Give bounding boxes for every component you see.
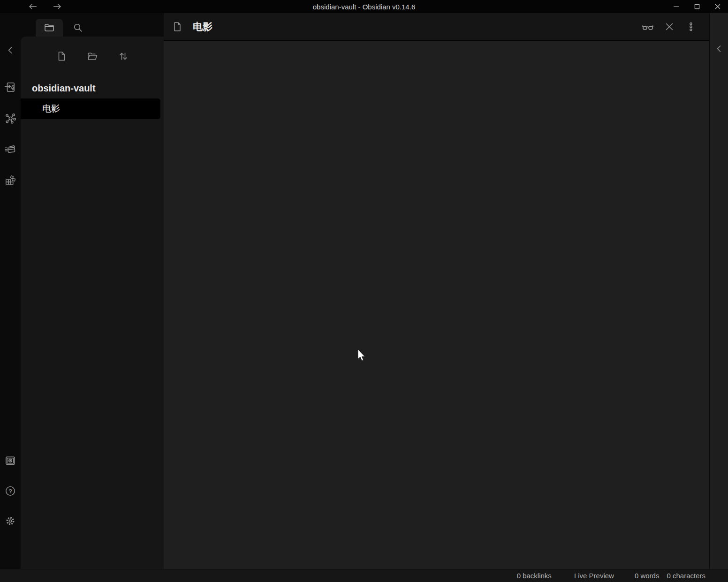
new-folder-button[interactable]	[86, 50, 99, 63]
reading-view-button[interactable]	[641, 20, 655, 34]
expand-right-sidebar-button[interactable]	[713, 43, 725, 55]
graph-view-button[interactable]	[4, 112, 16, 124]
chevron-left-icon	[713, 43, 725, 54]
left-ribbon: ?	[0, 13, 21, 569]
obsidian-window: obsidian-vault - Obsidian v0.14.6	[0, 0, 728, 582]
settings-button[interactable]	[4, 515, 16, 527]
editor-pane: 电影	[164, 13, 709, 569]
svg-text:?: ?	[8, 488, 12, 495]
tab-search[interactable]	[67, 19, 89, 37]
glasses-icon	[642, 21, 654, 33]
main-area: ?	[0, 13, 728, 569]
file-item-selected[interactable]: 电影	[21, 98, 160, 119]
random-note-button[interactable]	[4, 143, 16, 155]
blocks-icon	[4, 174, 16, 186]
sort-icon	[118, 51, 129, 62]
titlebar: obsidian-vault - Obsidian v0.14.6	[0, 0, 728, 13]
minimize-button[interactable]	[666, 0, 687, 13]
new-folder-icon	[87, 51, 98, 62]
window-controls	[666, 0, 728, 13]
pane-actions	[641, 20, 709, 34]
vault-title: obsidian-vault	[21, 82, 164, 95]
pane-title: 电影	[193, 20, 212, 33]
window-title: obsidian-vault - Obsidian v0.14.6	[0, 3, 728, 11]
document-icon	[172, 22, 182, 32]
help-icon: ?	[4, 485, 16, 497]
graph-icon	[4, 112, 16, 124]
file-explorer-body: obsidian-vault 电影	[21, 37, 164, 569]
chevron-left-icon	[5, 45, 16, 56]
collapse-left-sidebar-button[interactable]	[4, 44, 16, 56]
status-backlinks[interactable]: 0 backlinks	[517, 572, 552, 580]
minimize-icon	[672, 2, 681, 11]
more-options-button[interactable]	[684, 20, 698, 34]
editor-content[interactable]	[164, 41, 709, 569]
status-word-count: 0 words	[635, 572, 660, 580]
gear-icon	[4, 515, 16, 527]
kebab-icon	[685, 21, 697, 32]
close-button[interactable]	[707, 0, 728, 13]
file-item-label: 电影	[42, 103, 60, 115]
explorer-actions	[21, 37, 164, 63]
maximize-button[interactable]	[687, 0, 707, 13]
sort-order-button[interactable]	[117, 50, 130, 63]
blocks-button[interactable]	[4, 174, 16, 186]
file-explorer-panel: obsidian-vault 电影	[21, 13, 164, 569]
statusbar: 0 backlinks Live Preview 0 words 0 chara…	[0, 569, 728, 582]
pane-header: 电影	[164, 13, 709, 41]
status-character-count: 0 characters	[667, 572, 705, 580]
quick-switcher-icon	[4, 81, 16, 93]
new-note-button[interactable]	[55, 50, 68, 63]
status-editor-mode[interactable]: Live Preview	[574, 572, 614, 580]
vault-icon	[4, 454, 16, 467]
tab-file-explorer[interactable]	[36, 19, 63, 37]
card-icon	[4, 143, 16, 155]
quick-switcher-button[interactable]	[4, 81, 16, 93]
new-note-icon	[56, 51, 67, 62]
search-icon	[72, 22, 83, 33]
open-vault-button[interactable]	[4, 454, 16, 467]
maximize-icon	[692, 2, 702, 11]
close-pane-button[interactable]	[662, 20, 676, 34]
close-icon	[664, 21, 675, 32]
close-icon	[713, 2, 722, 11]
sidebar-tabs	[21, 13, 164, 37]
right-sidebar-strip	[709, 13, 728, 569]
help-button[interactable]: ?	[4, 485, 16, 497]
folder-icon	[44, 22, 55, 33]
